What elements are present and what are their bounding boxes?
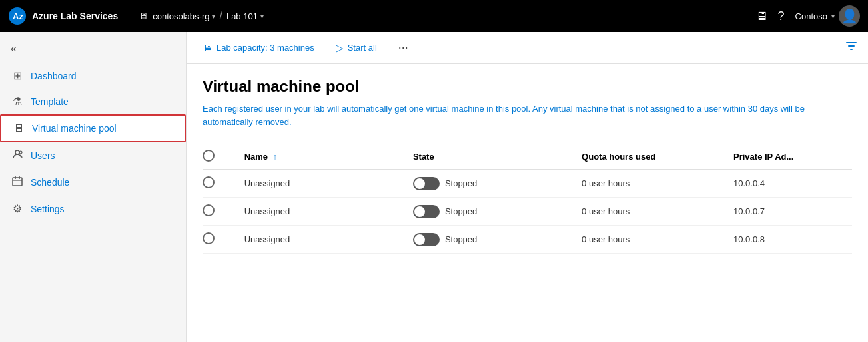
table-row: Unassigned Stopped 0 user hours 10.0.0.7 [203, 198, 852, 226]
row-0-quota: 0 user hours [574, 170, 725, 198]
row-0-radio[interactable] [203, 176, 215, 188]
sidebar: « ⊞ Dashboard ⚗ Template 🖥 Virtual machi… [0, 32, 187, 342]
header-radio[interactable] [203, 150, 215, 162]
user-avatar: 👤 [839, 5, 860, 27]
table-row: Unassigned Stopped 0 user hours 10.0.0.4 [203, 170, 852, 198]
row-1-name: Unassigned [236, 198, 405, 226]
page-body: Virtual machine pool Each registered use… [187, 64, 868, 342]
row-0-name: Unassigned [236, 170, 405, 198]
sidebar-item-users[interactable]: Users [0, 142, 186, 169]
navbar: Az Azure Lab Services 🖥 contosolabs-rg ▾… [0, 0, 868, 32]
capacity-btn[interactable]: 🖥 Lab capacity: 3 machines [197, 39, 320, 56]
breadcrumb-monitor-icon: 🖥 [139, 11, 149, 21]
schedule-icon [11, 176, 24, 189]
page-title: Virtual machine pool [203, 77, 852, 96]
sidebar-item-settings[interactable]: ⚙ Settings [0, 196, 186, 222]
sidebar-collapse-btn[interactable]: « [0, 37, 186, 63]
app-name: Azure Lab Services [32, 11, 118, 21]
filter-btn[interactable] [845, 40, 857, 55]
row-0-state-label: Stopped [445, 178, 477, 188]
capacity-label: Lab capacity: 3 machines [217, 43, 314, 53]
sidebar-label-schedule: Schedule [31, 177, 69, 188]
vm-table: Name ↑ State Quota hours used Private IP… [203, 144, 852, 254]
sidebar-item-schedule[interactable]: Schedule [0, 169, 186, 196]
users-icon [11, 149, 24, 162]
vm-pool-icon: 🖥 [12, 122, 25, 134]
col-header-select [203, 144, 236, 170]
row-2-name: Unassigned [236, 226, 405, 254]
settings-icon: ⚙ [11, 202, 24, 215]
breadcrumb: 🖥 contosolabs-rg ▾ / Lab 101 ▾ [139, 10, 747, 22]
row-1-select [203, 198, 236, 226]
page-description: Each registered user in your lab will au… [203, 102, 835, 128]
template-icon: ⚗ [11, 95, 24, 108]
table-header-row: Name ↑ State Quota hours used Private IP… [203, 144, 852, 170]
sidebar-label-dashboard: Dashboard [31, 71, 77, 81]
sidebar-item-dashboard[interactable]: ⊞ Dashboard [0, 63, 186, 88]
more-btn[interactable]: ··· [393, 38, 414, 57]
row-2-select [203, 226, 236, 254]
row-2-state: Stopped [405, 226, 574, 254]
sidebar-item-vm-pool[interactable]: 🖥 Virtual machine pool [0, 114, 186, 142]
sort-arrow-name: ↑ [273, 152, 278, 162]
sidebar-item-template[interactable]: ⚗ Template [0, 88, 186, 114]
user-label: Contoso [795, 11, 827, 21]
row-2-toggle[interactable] [413, 233, 440, 246]
row-1-radio[interactable] [203, 204, 215, 216]
row-1-state-label: Stopped [445, 206, 477, 216]
row-1-state: Stopped [405, 198, 574, 226]
svg-rect-4 [13, 178, 22, 186]
sidebar-label-template: Template [31, 96, 69, 107]
toolbar: 🖥 Lab capacity: 3 machines ▷ Start all ·… [187, 32, 868, 64]
row-0-ip: 10.0.0.4 [725, 170, 852, 198]
col-header-ip: Private IP Ad... [725, 144, 852, 170]
user-chevron: ▾ [831, 13, 835, 20]
help-icon-btn[interactable]: ? [778, 9, 785, 23]
start-all-btn[interactable]: ▷ Start all [330, 39, 382, 57]
navbar-right: 🖥 ? Contoso ▾ 👤 [755, 5, 860, 27]
row-0-select [203, 170, 236, 198]
sidebar-label-users: Users [31, 150, 55, 161]
row-2-ip: 10.0.0.8 [725, 226, 852, 254]
row-2-quota: 0 user hours [574, 226, 725, 254]
svg-point-2 [15, 150, 19, 154]
dashboard-icon: ⊞ [11, 69, 24, 82]
breadcrumb-sep: / [219, 10, 222, 22]
sidebar-label-settings: Settings [31, 204, 65, 214]
row-2-radio[interactable] [203, 232, 215, 244]
row-1-toggle[interactable] [413, 205, 440, 218]
table-row: Unassigned Stopped 0 user hours 10.0.0.8 [203, 226, 852, 254]
col-header-name[interactable]: Name ↑ [236, 144, 405, 170]
layout: « ⊞ Dashboard ⚗ Template 🖥 Virtual machi… [0, 32, 868, 342]
monitor-icon-btn[interactable]: 🖥 [755, 9, 767, 23]
sidebar-label-vm-pool: Virtual machine pool [32, 123, 117, 134]
breadcrumb-resource-group[interactable]: contosolabs-rg ▾ [153, 11, 215, 21]
user-menu[interactable]: Contoso ▾ 👤 [795, 5, 860, 27]
row-1-ip: 10.0.0.7 [725, 198, 852, 226]
row-0-toggle[interactable] [413, 177, 440, 190]
col-header-state: State [405, 144, 574, 170]
row-1-quota: 0 user hours [574, 198, 725, 226]
start-all-label: Start all [348, 43, 377, 53]
app-logo: Az Azure Lab Services [8, 7, 118, 25]
capacity-icon: 🖥 [203, 42, 213, 53]
row-2-state-label: Stopped [445, 234, 477, 244]
start-all-icon: ▷ [336, 42, 344, 54]
breadcrumb-lab[interactable]: Lab 101 ▾ [226, 11, 264, 21]
row-0-state: Stopped [405, 170, 574, 198]
main-content: 🖥 Lab capacity: 3 machines ▷ Start all ·… [187, 32, 868, 342]
svg-text:Az: Az [13, 11, 23, 21]
col-header-quota: Quota hours used [574, 144, 725, 170]
